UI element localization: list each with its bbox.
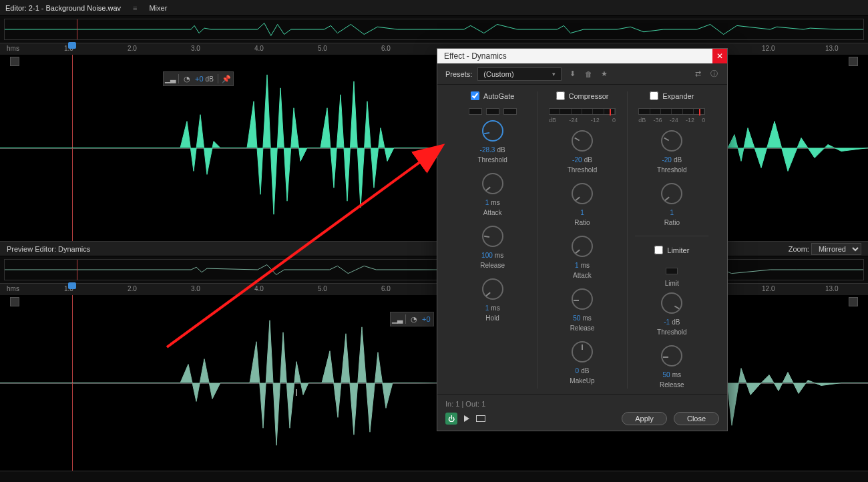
gain-hud: ▁▃ ◔ +0 dB 📌 — [163, 71, 234, 86]
favorite-icon[interactable]: ★ — [599, 69, 610, 79]
expander-section: Expander dB-36-24-120 -20 dBThreshold 1 … — [628, 91, 716, 389]
compressor-meter — [549, 108, 616, 115]
compressor-ratio-knob[interactable] — [572, 183, 593, 204]
compressor-makeup-knob[interactable] — [572, 341, 593, 363]
dynamics-dialog: Effect - Dynamics ✕ Presets: (Custom)▾ ⬇… — [437, 48, 728, 431]
ruler-tick: 13.0 — [825, 45, 838, 52]
limiter-release-knob[interactable] — [661, 345, 682, 367]
ruler-tick: 3.0 — [191, 45, 200, 52]
autogate-leds — [469, 108, 517, 115]
time-ruler-top[interactable]: hms 1.0 2.0 3.0 4.0 5.0 6.0 12.0 13.0 — [0, 43, 868, 55]
preview-waveform-editor[interactable]: ▁▃ ◔ +0 I — [0, 295, 868, 471]
delete-preset-icon[interactable]: 🗑 — [583, 69, 594, 79]
save-preset-icon[interactable]: ⬇ — [567, 69, 578, 79]
ruler-tick: 6.0 — [381, 45, 391, 52]
close-button[interactable]: ✕ — [712, 49, 727, 63]
autogate-threshold-knob[interactable] — [482, 120, 503, 142]
ruler-tick: 13.0 — [825, 285, 838, 292]
tab-editor[interactable]: Editor: 2-1 - Background Noise.wav — [5, 4, 121, 12]
tab-mixer[interactable]: Mixer — [149, 4, 167, 12]
overview-playhead[interactable] — [77, 19, 77, 39]
ruler-tick: 6.0 — [381, 285, 391, 292]
autogate-attack-knob[interactable] — [482, 173, 503, 194]
expander-meter — [638, 108, 705, 115]
gain-value[interactable]: +0 — [422, 315, 431, 323]
clock-icon[interactable]: ◔ — [410, 315, 418, 323]
ruler-tick: 3.0 — [191, 285, 200, 292]
gain-value[interactable]: +0 dB — [195, 75, 214, 83]
compressor-release-knob[interactable] — [572, 288, 593, 310]
expander-ratio-knob[interactable] — [661, 183, 682, 204]
close-button-footer[interactable]: Close — [674, 412, 719, 425]
compressor-attack-knob[interactable] — [572, 236, 593, 257]
compressor-checkbox[interactable]: Compressor — [556, 91, 609, 100]
expander-threshold-knob[interactable] — [661, 130, 682, 152]
dialog-titlebar[interactable]: Effect - Dynamics ✕ — [437, 49, 727, 63]
preview-header: Preview Editor: Dynamics Zoom: Mirrored — [0, 242, 868, 256]
ruler-unit-label: hms — [7, 45, 19, 52]
autogate-hold-knob[interactable] — [482, 278, 503, 300]
autogate-checkbox[interactable]: AutoGate — [471, 91, 514, 100]
playhead-handle-preview[interactable] — [68, 282, 76, 289]
ruler-tick: 2.0 — [128, 45, 137, 52]
ruler-tick: 4.0 — [254, 45, 264, 52]
text-cursor-icon: I — [295, 387, 298, 398]
info-icon[interactable]: ⓘ — [708, 69, 719, 79]
autogate-section: AutoGate -28.3 dBThreshold 1 msAttack 10… — [448, 91, 537, 389]
limit-label: Limit — [665, 280, 679, 287]
ruler-tick: 12.0 — [762, 45, 775, 52]
main-waveform-editor[interactable]: ▁▃ ◔ +0 dB 📌 — [0, 55, 868, 242]
compressor-section: Compressor dB-24-120 -20 dBThreshold 1 R… — [537, 91, 627, 389]
ruler-tick: 5.0 — [318, 285, 327, 292]
playhead-handle[interactable] — [68, 42, 76, 49]
preview-title: Preview Editor: Dynamics — [7, 245, 90, 253]
waveform-icon[interactable]: ▁▃ — [393, 315, 401, 323]
loop-button[interactable] — [476, 415, 485, 422]
zoom-label: Zoom: — [789, 245, 809, 253]
waveform-icon[interactable]: ▁▃ — [166, 75, 174, 83]
clock-icon[interactable]: ◔ — [183, 75, 191, 83]
time-ruler-preview[interactable]: hms 1.0 2.0 3.0 4.0 5.0 6.0 12.0 13.0 — [0, 283, 868, 295]
limiter-checkbox[interactable]: Limiter — [654, 246, 689, 254]
limiter-threshold-knob[interactable] — [661, 292, 682, 314]
expander-checkbox[interactable]: Expander — [650, 91, 694, 100]
ruler-unit-label: hms — [7, 285, 19, 292]
ruler-tick: 5.0 — [318, 45, 327, 52]
dialog-title: Effect - Dynamics — [444, 51, 507, 61]
compressor-threshold-knob[interactable] — [572, 130, 593, 152]
io-label: In: 1 | Out: 1 — [445, 400, 719, 408]
overview-waveform[interactable] — [4, 19, 864, 40]
preview-overview-playhead[interactable] — [77, 260, 77, 280]
presets-dropdown[interactable]: (Custom)▾ — [477, 67, 562, 81]
pin-icon[interactable]: 📌 — [222, 75, 230, 83]
apply-button[interactable]: Apply — [622, 412, 667, 425]
preview-overview-waveform[interactable] — [4, 259, 864, 280]
preview-play-button[interactable] — [464, 415, 469, 422]
ruler-tick: 2.0 — [128, 285, 137, 292]
ruler-tick: 12.0 — [762, 285, 775, 292]
autogate-release-knob[interactable] — [482, 226, 503, 247]
gain-hud-preview: ▁▃ ◔ +0 — [390, 312, 434, 326]
ruler-tick: 4.0 — [254, 285, 264, 292]
power-toggle[interactable]: ⏻ — [445, 413, 457, 425]
presets-label: Presets: — [445, 70, 472, 78]
zoom-select[interactable]: Mirrored — [811, 243, 861, 255]
top-tab-bar: Editor: 2-1 - Background Noise.wav ≡ Mix… — [0, 0, 868, 16]
routing-icon[interactable]: ⇄ — [692, 69, 703, 79]
limiter-led — [666, 268, 678, 274]
